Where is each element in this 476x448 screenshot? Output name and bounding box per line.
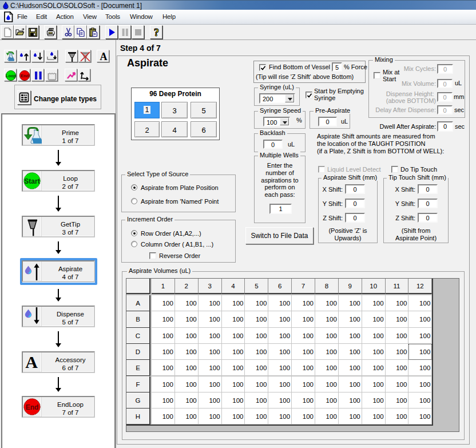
svg-text:End: End [21, 73, 29, 78]
svg-text:Loop: Loop [6, 73, 17, 78]
svg-text:?: ? [154, 27, 159, 37]
svg-text:A: A [25, 352, 38, 371]
svg-text:Start: Start [24, 177, 39, 185]
svg-text:A: A [100, 51, 108, 62]
svg-text:End: End [26, 403, 39, 411]
